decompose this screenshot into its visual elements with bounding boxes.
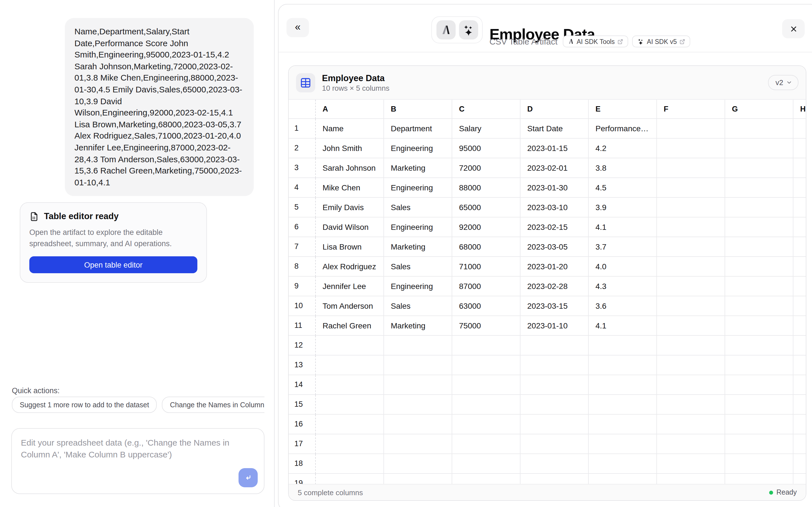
open-table-editor-button[interactable]: Open table editor — [29, 256, 197, 273]
cell-B17[interactable] — [384, 434, 452, 454]
column-header-E[interactable]: E — [589, 100, 657, 119]
cell-B7[interactable]: Marketing — [384, 237, 452, 257]
cell-C4[interactable]: 88000 — [452, 178, 520, 198]
cell-G7[interactable] — [725, 237, 794, 257]
row-header-11[interactable]: 11 — [289, 316, 316, 336]
cell-C1[interactable]: Salary — [452, 119, 520, 138]
cell-B14[interactable] — [384, 375, 452, 395]
cell-C13[interactable] — [452, 355, 520, 375]
cell-F19[interactable] — [657, 474, 725, 484]
cell-C19[interactable] — [452, 474, 520, 484]
cell-F1[interactable] — [657, 119, 725, 138]
cell-H7[interactable] — [794, 237, 806, 257]
cell-E18[interactable] — [589, 454, 657, 474]
cell-H19[interactable] — [794, 474, 806, 484]
cell-H14[interactable] — [794, 375, 806, 395]
row-header-6[interactable]: 6 — [289, 217, 316, 237]
row-header-18[interactable]: 18 — [289, 454, 316, 474]
cell-C14[interactable] — [452, 375, 520, 395]
cell-D4[interactable]: 2023-01-30 — [520, 178, 589, 198]
cell-B8[interactable]: Sales — [384, 257, 452, 277]
cell-G12[interactable] — [725, 336, 794, 355]
cell-C16[interactable] — [452, 414, 520, 434]
cell-B16[interactable] — [384, 414, 452, 434]
cell-B2[interactable]: Engineering — [384, 138, 452, 158]
cell-A3[interactable]: Sarah Johnson — [316, 158, 384, 178]
cell-B1[interactable]: Department — [384, 119, 452, 138]
cell-B10[interactable]: Sales — [384, 296, 452, 316]
cell-F16[interactable] — [657, 414, 725, 434]
column-header-C[interactable]: C — [452, 100, 520, 119]
cell-F14[interactable] — [657, 375, 725, 395]
cell-G9[interactable] — [725, 277, 794, 296]
quick-action-pill[interactable]: Suggest 1 more row to add to the dataset — [12, 397, 157, 413]
cell-D18[interactable] — [520, 454, 589, 474]
cell-E16[interactable] — [589, 414, 657, 434]
cell-G2[interactable] — [725, 138, 794, 158]
cell-G8[interactable] — [725, 257, 794, 277]
cell-A18[interactable] — [316, 454, 384, 474]
cell-B9[interactable]: Engineering — [384, 277, 452, 296]
cell-C17[interactable] — [452, 434, 520, 454]
cell-G5[interactable] — [725, 198, 794, 217]
cell-C9[interactable]: 87000 — [452, 277, 520, 296]
cell-H1[interactable] — [794, 119, 806, 138]
cell-A1[interactable]: Name — [316, 119, 384, 138]
cell-E13[interactable] — [589, 355, 657, 375]
send-button[interactable] — [239, 468, 258, 487]
cell-E11[interactable]: 4.1 — [589, 316, 657, 336]
cell-D7[interactable]: 2023-03-05 — [520, 237, 589, 257]
cell-E9[interactable]: 4.3 — [589, 277, 657, 296]
cell-B15[interactable] — [384, 395, 452, 414]
cell-F4[interactable] — [657, 178, 725, 198]
row-header-4[interactable]: 4 — [289, 178, 316, 198]
cell-A15[interactable] — [316, 395, 384, 414]
cell-A19[interactable] — [316, 474, 384, 484]
row-header-9[interactable]: 9 — [289, 277, 316, 296]
cell-D2[interactable]: 2023-01-15 — [520, 138, 589, 158]
cell-H9[interactable] — [794, 277, 806, 296]
cell-F2[interactable] — [657, 138, 725, 158]
artifact-badge[interactable]: AI SDK v5 — [632, 36, 690, 47]
cell-C10[interactable]: 63000 — [452, 296, 520, 316]
cell-E17[interactable] — [589, 434, 657, 454]
cell-F5[interactable] — [657, 198, 725, 217]
cell-F9[interactable] — [657, 277, 725, 296]
cell-H8[interactable] — [794, 257, 806, 277]
cell-B11[interactable]: Marketing — [384, 316, 452, 336]
cell-A17[interactable] — [316, 434, 384, 454]
cell-D15[interactable] — [520, 395, 589, 414]
cell-F12[interactable] — [657, 336, 725, 355]
cell-C3[interactable]: 72000 — [452, 158, 520, 178]
cell-E8[interactable]: 4.0 — [589, 257, 657, 277]
quick-action-pill[interactable]: Change the Names in Column A — [162, 397, 264, 413]
row-header-5[interactable]: 5 — [289, 198, 316, 217]
cell-D14[interactable] — [520, 375, 589, 395]
cell-C2[interactable]: 95000 — [452, 138, 520, 158]
cell-G14[interactable] — [725, 375, 794, 395]
cell-C5[interactable]: 65000 — [452, 198, 520, 217]
cell-A8[interactable]: Alex Rodriguez — [316, 257, 384, 277]
cell-H3[interactable] — [794, 158, 806, 178]
cell-G1[interactable] — [725, 119, 794, 138]
cell-A11[interactable]: Rachel Green — [316, 316, 384, 336]
cell-G17[interactable] — [725, 434, 794, 454]
cell-C12[interactable] — [452, 336, 520, 355]
cell-D8[interactable]: 2023-01-20 — [520, 257, 589, 277]
row-header-19[interactable]: 19 — [289, 474, 316, 484]
row-header-8[interactable]: 8 — [289, 257, 316, 277]
cell-E14[interactable] — [589, 375, 657, 395]
cell-C15[interactable] — [452, 395, 520, 414]
cell-D3[interactable]: 2023-02-01 — [520, 158, 589, 178]
cell-E12[interactable] — [589, 336, 657, 355]
row-header-16[interactable]: 16 — [289, 414, 316, 434]
cell-D19[interactable] — [520, 474, 589, 484]
cell-E3[interactable]: 3.8 — [589, 158, 657, 178]
cell-A14[interactable] — [316, 375, 384, 395]
row-header-14[interactable]: 14 — [289, 375, 316, 395]
cell-G19[interactable] — [725, 474, 794, 484]
collapse-panel-button[interactable]: « — [287, 18, 309, 37]
cell-E10[interactable]: 3.6 — [589, 296, 657, 316]
cell-F10[interactable] — [657, 296, 725, 316]
cell-E19[interactable] — [589, 474, 657, 484]
